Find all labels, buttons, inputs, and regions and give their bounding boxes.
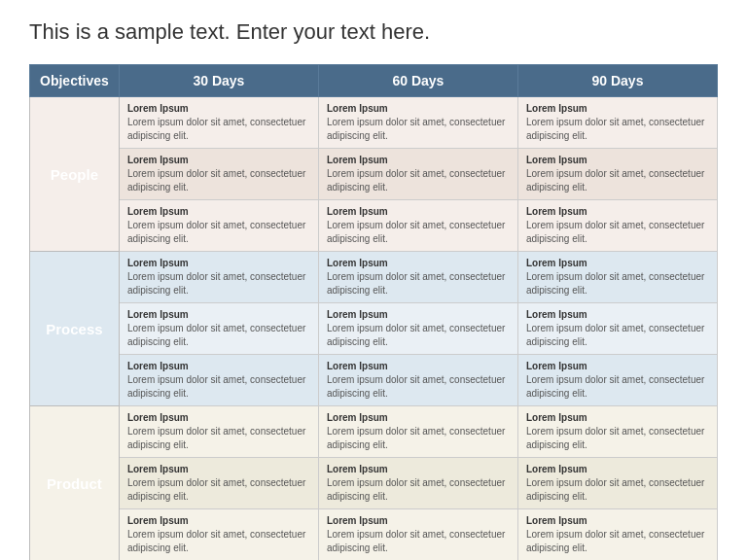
product-30-1: Lorem Ipsum Lorem ipsum dolor sit amet, …	[119, 406, 318, 458]
lorem-body: Lorem ipsum dolor sit amet, consectetuer…	[127, 270, 310, 298]
process-90-3: Lorem Ipsum Lorem ipsum dolor sit amet, …	[517, 355, 717, 406]
people-row-1: People Lorem Ipsum Lorem ipsum dolor sit…	[30, 97, 718, 149]
lorem-title: Lorem Ipsum	[327, 411, 510, 425]
people-label: People	[30, 97, 120, 252]
lorem-title: Lorem Ipsum	[526, 360, 709, 373]
lorem-title: Lorem Ipsum	[327, 308, 510, 322]
people-row-3: Lorem Ipsum Lorem ipsum dolor sit amet, …	[30, 200, 718, 252]
lorem-body: Lorem ipsum dolor sit amet, consectetuer…	[127, 373, 310, 401]
people-90-2: Lorem Ipsum Lorem ipsum dolor sit amet, …	[517, 149, 717, 200]
lorem-body: Lorem ipsum dolor sit amet, consectetuer…	[327, 476, 510, 504]
people-60-1: Lorem Ipsum Lorem ipsum dolor sit amet, …	[318, 97, 517, 149]
process-60-3: Lorem Ipsum Lorem ipsum dolor sit amet, …	[318, 355, 517, 406]
people-90-1: Lorem Ipsum Lorem ipsum dolor sit amet, …	[517, 97, 717, 149]
product-90-1: Lorem Ipsum Lorem ipsum dolor sit amet, …	[517, 406, 717, 458]
product-row-2: Lorem Ipsum Lorem ipsum dolor sit amet, …	[30, 458, 718, 509]
lorem-title: Lorem Ipsum	[526, 205, 709, 219]
lorem-body: Lorem ipsum dolor sit amet, consectetuer…	[526, 167, 709, 194]
people-30-1: Lorem Ipsum Lorem ipsum dolor sit amet, …	[119, 97, 318, 149]
lorem-body: Lorem ipsum dolor sit amet, consectetuer…	[327, 219, 510, 246]
lorem-body: Lorem ipsum dolor sit amet, consectetuer…	[127, 219, 310, 246]
lorem-title: Lorem Ipsum	[327, 102, 510, 116]
product-label: Product	[30, 406, 120, 561]
lorem-body: Lorem ipsum dolor sit amet, consectetuer…	[526, 373, 709, 401]
lorem-body: Lorem ipsum dolor sit amet, consectetuer…	[327, 116, 510, 143]
header-objectives: Objectives	[30, 65, 120, 97]
lorem-body: Lorem ipsum dolor sit amet, consectetuer…	[127, 425, 310, 452]
process-row-2: Lorem Ipsum Lorem ipsum dolor sit amet, …	[30, 303, 718, 355]
lorem-body: Lorem ipsum dolor sit amet, consectetuer…	[526, 116, 709, 143]
product-row-1: Product Lorem Ipsum Lorem ipsum dolor si…	[30, 406, 718, 458]
lorem-body: Lorem ipsum dolor sit amet, consectetuer…	[327, 167, 510, 194]
lorem-title: Lorem Ipsum	[526, 411, 709, 425]
product-90-2: Lorem Ipsum Lorem ipsum dolor sit amet, …	[517, 458, 717, 509]
table-header-row: Objectives 30 Days 60 Days 90 Days	[30, 65, 718, 97]
process-30-2: Lorem Ipsum Lorem ipsum dolor sit amet, …	[119, 303, 318, 355]
lorem-title: Lorem Ipsum	[327, 360, 510, 373]
lorem-title: Lorem Ipsum	[127, 514, 310, 528]
lorem-body: Lorem ipsum dolor sit amet, consectetuer…	[327, 373, 510, 401]
lorem-body: Lorem ipsum dolor sit amet, consectetuer…	[327, 322, 510, 349]
lorem-title: Lorem Ipsum	[526, 102, 709, 116]
header-90days: 90 Days	[517, 65, 717, 97]
product-30-3: Lorem Ipsum Lorem ipsum dolor sit amet, …	[119, 509, 318, 561]
lorem-title: Lorem Ipsum	[526, 257, 709, 270]
process-60-1: Lorem Ipsum Lorem ipsum dolor sit amet, …	[318, 252, 517, 303]
lorem-title: Lorem Ipsum	[127, 360, 310, 373]
product-60-1: Lorem Ipsum Lorem ipsum dolor sit amet, …	[318, 406, 517, 458]
people-30-2: Lorem Ipsum Lorem ipsum dolor sit amet, …	[119, 149, 318, 200]
lorem-title: Lorem Ipsum	[127, 411, 310, 425]
product-60-3: Lorem Ipsum Lorem ipsum dolor sit amet, …	[318, 509, 517, 561]
lorem-title: Lorem Ipsum	[327, 154, 510, 167]
lorem-body: Lorem ipsum dolor sit amet, consectetuer…	[526, 270, 709, 298]
lorem-body: Lorem ipsum dolor sit amet, consectetuer…	[127, 528, 310, 555]
lorem-title: Lorem Ipsum	[526, 463, 709, 476]
process-90-2: Lorem Ipsum Lorem ipsum dolor sit amet, …	[517, 303, 717, 355]
lorem-body: Lorem ipsum dolor sit amet, consectetuer…	[526, 322, 709, 349]
lorem-title: Lorem Ipsum	[127, 257, 310, 270]
lorem-body: Lorem ipsum dolor sit amet, consectetuer…	[127, 167, 310, 194]
lorem-body: Lorem ipsum dolor sit amet, consectetuer…	[327, 528, 510, 555]
process-30-3: Lorem Ipsum Lorem ipsum dolor sit amet, …	[119, 355, 318, 406]
lorem-body: Lorem ipsum dolor sit amet, consectetuer…	[127, 116, 310, 143]
lorem-body: Lorem ipsum dolor sit amet, consectetuer…	[327, 425, 510, 452]
lorem-title: Lorem Ipsum	[127, 205, 310, 219]
lorem-body: Lorem ipsum dolor sit amet, consectetuer…	[526, 476, 709, 504]
product-90-3: Lorem Ipsum Lorem ipsum dolor sit amet, …	[517, 509, 717, 561]
lorem-body: Lorem ipsum dolor sit amet, consectetuer…	[127, 322, 310, 349]
lorem-title: Lorem Ipsum	[327, 463, 510, 476]
people-90-3: Lorem Ipsum Lorem ipsum dolor sit amet, …	[517, 200, 717, 252]
people-row-2: Lorem Ipsum Lorem ipsum dolor sit amet, …	[30, 149, 718, 200]
lorem-title: Lorem Ipsum	[127, 463, 310, 476]
lorem-body: Lorem ipsum dolor sit amet, consectetuer…	[327, 270, 510, 298]
lorem-body: Lorem ipsum dolor sit amet, consectetuer…	[526, 219, 709, 246]
process-label: Process	[30, 252, 120, 406]
process-row-1: Process Lorem Ipsum Lorem ipsum dolor si…	[30, 252, 718, 303]
product-30-2: Lorem Ipsum Lorem ipsum dolor sit amet, …	[119, 458, 318, 509]
process-30-1: Lorem Ipsum Lorem ipsum dolor sit amet, …	[119, 252, 318, 303]
lorem-title: Lorem Ipsum	[127, 308, 310, 322]
lorem-title: Lorem Ipsum	[327, 205, 510, 219]
main-table: Objectives 30 Days 60 Days 90 Days Peopl…	[29, 64, 718, 560]
lorem-title: Lorem Ipsum	[127, 102, 310, 116]
header-60days: 60 Days	[318, 65, 517, 97]
lorem-title: Lorem Ipsum	[526, 154, 709, 167]
lorem-body: Lorem ipsum dolor sit amet, consectetuer…	[526, 425, 709, 452]
lorem-title: Lorem Ipsum	[526, 514, 709, 528]
header-30days: 30 Days	[119, 65, 318, 97]
page-title: This is a sample text. Enter your text h…	[29, 19, 718, 45]
product-row-3: Lorem Ipsum Lorem ipsum dolor sit amet, …	[30, 509, 718, 561]
lorem-body: Lorem ipsum dolor sit amet, consectetuer…	[526, 528, 709, 555]
process-row-3: Lorem Ipsum Lorem ipsum dolor sit amet, …	[30, 355, 718, 406]
people-30-3: Lorem Ipsum Lorem ipsum dolor sit amet, …	[119, 200, 318, 252]
process-60-2: Lorem Ipsum Lorem ipsum dolor sit amet, …	[318, 303, 517, 355]
lorem-title: Lorem Ipsum	[327, 514, 510, 528]
lorem-title: Lorem Ipsum	[327, 257, 510, 270]
process-90-1: Lorem Ipsum Lorem ipsum dolor sit amet, …	[517, 252, 717, 303]
lorem-title: Lorem Ipsum	[526, 308, 709, 322]
lorem-body: Lorem ipsum dolor sit amet, consectetuer…	[127, 476, 310, 504]
people-60-2: Lorem Ipsum Lorem ipsum dolor sit amet, …	[318, 149, 517, 200]
lorem-title: Lorem Ipsum	[127, 154, 310, 167]
product-60-2: Lorem Ipsum Lorem ipsum dolor sit amet, …	[318, 458, 517, 509]
people-60-3: Lorem Ipsum Lorem ipsum dolor sit amet, …	[318, 200, 517, 252]
